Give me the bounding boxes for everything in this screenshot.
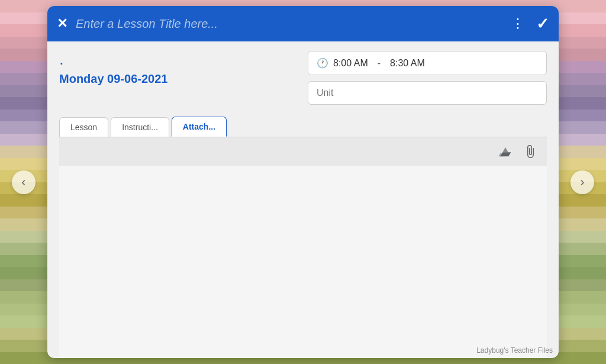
time-range-box[interactable]: 🕐 8:00 AM - 8:30 AM [308, 51, 547, 75]
dialog-content: . Monday 09-06-2021 🕐 8:00 AM - 8:30 AM … [47, 41, 559, 358]
google-drive-button[interactable] [497, 143, 514, 160]
more-options-button[interactable]: ⋮ [511, 16, 526, 31]
watermark: Ladybug's Teacher Files [476, 346, 553, 355]
attach-file-button[interactable] [523, 144, 537, 159]
confirm-button[interactable]: ✓ [536, 15, 549, 33]
close-button[interactable]: ✕ [57, 16, 67, 31]
top-row: . Monday 09-06-2021 🕐 8:00 AM - 8:30 AM [59, 51, 547, 105]
lesson-title-input[interactable] [76, 17, 511, 31]
tab-attachments[interactable]: Attach... [172, 117, 227, 137]
header-actions: ⋮ ✓ [511, 15, 549, 33]
tab-lesson[interactable]: Lesson [59, 117, 108, 137]
nav-arrow-right[interactable]: › [570, 170, 594, 194]
chevron-left-icon: ‹ [21, 175, 25, 190]
dialog-header: ✕ ⋮ ✓ [47, 6, 559, 41]
date-label: Monday 09-06-2021 [59, 72, 298, 86]
chevron-right-icon: › [580, 175, 584, 190]
attach-toolbar [59, 137, 547, 166]
nav-arrow-left[interactable]: ‹ [12, 170, 36, 194]
time-separator: - [378, 58, 381, 69]
tab-instructional[interactable]: Instructi... [111, 117, 169, 137]
right-column: 🕐 8:00 AM - 8:30 AM [308, 51, 547, 105]
left-column: . Monday 09-06-2021 [59, 51, 298, 86]
clock-icon: 🕐 [317, 57, 328, 69]
time-end: 8:30 AM [390, 58, 425, 69]
attach-content-area [59, 166, 547, 358]
time-start: 8:00 AM [333, 58, 368, 69]
lesson-dialog: ✕ ⋮ ✓ . Monday 09-06-2021 🕐 8:00 AM - 8:… [47, 6, 559, 358]
tabs-row: Lesson Instructi... Attach... [59, 117, 547, 137]
dot-indicator: . [59, 51, 298, 67]
unit-input[interactable] [308, 81, 547, 105]
attachments-panel [59, 137, 547, 358]
